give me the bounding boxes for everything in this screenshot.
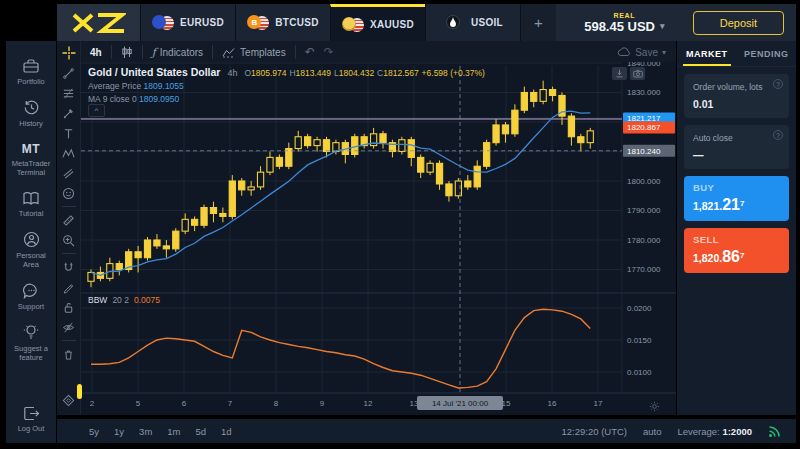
sidebar-item-suggest-feature[interactable]: Suggest a feature — [6, 319, 56, 368]
svg-text:14 Jul '21 00:00: 14 Jul '21 00:00 — [432, 399, 489, 408]
candle-body — [220, 213, 226, 216]
tab-pending[interactable]: PENDING — [737, 41, 797, 66]
candle-body — [276, 157, 282, 166]
mt-icon: MT — [22, 142, 40, 156]
utc-clock: 12:29:20 (UTC) — [562, 426, 627, 437]
channel-tool-icon[interactable] — [61, 166, 77, 180]
sell-price: 1,820. — [693, 252, 722, 264]
help-icon[interactable]: ? — [773, 79, 783, 89]
tab-market[interactable]: MARKET — [677, 41, 737, 66]
sidebar-item-label: History — [19, 119, 42, 128]
order-volume-field[interactable]: Order volume, lots 0.01 ? — [684, 74, 789, 118]
sidebar-item-support[interactable]: Support — [6, 278, 56, 316]
price-axis-label: 1830.000 — [627, 88, 661, 97]
hide-drawings-eye-icon[interactable] — [61, 320, 77, 334]
help-icon[interactable]: ? — [773, 130, 783, 140]
symbol-tab-btcusd[interactable]: B BTCUSD — [235, 4, 330, 41]
sidebar-item-personal-area[interactable]: Personal Area — [6, 226, 56, 275]
auto-close-field[interactable]: Auto close — ? — [684, 125, 789, 169]
symbol-tab-label: BTCUSD — [275, 17, 318, 28]
object-tree-cube-icon[interactable] — [61, 393, 77, 407]
indicator-handle[interactable] — [77, 384, 82, 399]
redo-button[interactable]: ↷ — [324, 41, 343, 63]
x-axis-label: 8 — [274, 399, 279, 408]
trend-line-tool-icon[interactable] — [61, 66, 77, 80]
symbol-tab-eurusd[interactable]: EURUSD — [140, 4, 235, 41]
x-axis-label: 16 — [548, 399, 557, 408]
price-axis-label: 1780.000 — [627, 236, 661, 245]
undo-icon: ↶ — [305, 45, 315, 59]
axis-settings-button[interactable] — [649, 398, 660, 416]
range-button-3m[interactable]: 3m — [139, 426, 152, 437]
candle-body — [267, 157, 273, 172]
account-balance: 598.45 USD — [584, 19, 655, 34]
sidebar-item-history[interactable]: History — [6, 94, 56, 133]
range-button-5y[interactable]: 5y — [89, 426, 99, 437]
sidebar-item-metatrader-terminal[interactable]: MT MetaTrader Terminal — [6, 137, 56, 183]
sidebar-item-label: Personal Area — [11, 251, 51, 270]
auto-close-value[interactable]: — — [693, 149, 780, 161]
emoji-tool-icon[interactable] — [61, 186, 77, 200]
save-label: Save — [635, 47, 658, 58]
x-axis-label: 5 — [136, 399, 141, 408]
chart-canvas[interactable]: 1840.0001830.0001800.0001790.0001780.000… — [81, 62, 676, 415]
x-axis-label: 12 — [364, 399, 373, 408]
chart-type-button[interactable] — [112, 41, 142, 63]
sidebar-item-logout[interactable]: Log Out — [6, 401, 56, 443]
symbol-tab-xauusd[interactable]: XAUUSD — [330, 4, 425, 41]
price-chart[interactable]: 1840.0001830.0001800.0001790.0001780.000… — [81, 62, 676, 415]
screenshot-chart-button[interactable] — [630, 67, 645, 80]
candle-body — [578, 137, 584, 143]
deposit-button[interactable]: Deposit — [693, 11, 784, 35]
delete-drawings-trash-icon[interactable] — [61, 347, 77, 361]
redo-icon: ↷ — [324, 45, 334, 59]
text-tool-icon[interactable] — [61, 126, 77, 140]
book-icon — [22, 191, 40, 206]
candle-body — [163, 246, 169, 249]
symbol-tab-usoil[interactable]: USOIL — [425, 4, 520, 41]
templates-label: Templates — [240, 47, 286, 58]
range-button-1d[interactable]: 1d — [221, 426, 232, 437]
camera-icon — [633, 69, 643, 78]
brush-tool-icon[interactable] — [61, 106, 77, 120]
indicators-label: Indicators — [160, 47, 203, 58]
undo-button[interactable]: ↶ — [296, 41, 324, 63]
lock-tool-icon[interactable] — [61, 300, 77, 314]
templates-button[interactable]: Templates — [213, 41, 295, 63]
add-symbol-tab-button[interactable]: + — [520, 4, 556, 41]
leverage-info: Leverage: 1:2000 — [678, 426, 753, 437]
sidebar-item-tutorial[interactable]: Tutorial — [6, 186, 56, 223]
range-button-1y[interactable]: 1y — [114, 426, 124, 437]
ruler-tool-icon[interactable] — [61, 213, 77, 227]
candle-body — [352, 137, 358, 155]
order-volume-value[interactable]: 0.01 — [693, 98, 780, 110]
account-selector[interactable]: REAL 598.45 USD ▾ — [556, 4, 693, 41]
fibonacci-tool-icon[interactable] — [61, 86, 77, 100]
timeframe-selector[interactable]: 4h — [81, 41, 111, 63]
indicators-button[interactable]: ƒ Indicators — [143, 41, 212, 63]
magnet-tool-icon[interactable] — [61, 260, 77, 274]
download-chart-button[interactable] — [612, 67, 627, 80]
candle-body — [540, 90, 546, 102]
sidebar-item-label: Suggest a feature — [10, 344, 52, 363]
price-axis-label: 1770.000 — [627, 265, 661, 274]
xabcd-pattern-tool-icon[interactable] — [61, 146, 77, 160]
save-layout-button[interactable]: Save ▾ — [617, 47, 676, 58]
exness-logo — [57, 4, 140, 41]
legend-collapse-button[interactable]: ^ — [88, 104, 105, 117]
sidebar-item-portfolio[interactable]: Portfolio — [6, 53, 56, 91]
candle-body — [484, 143, 490, 167]
candle-body — [418, 157, 424, 172]
bbw-axis-label: 0.0200 — [627, 304, 652, 313]
sell-button[interactable]: SELL 1,820.867 — [684, 228, 789, 273]
timezone-auto-toggle[interactable]: auto — [643, 426, 662, 437]
candle-body — [144, 240, 150, 258]
crosshair-tool-icon[interactable] — [61, 46, 77, 60]
edit-pencil-tool-icon[interactable] — [61, 280, 77, 294]
candle-body — [531, 93, 537, 102]
zoom-in-tool-icon[interactable] — [61, 233, 77, 247]
buy-button[interactable]: BUY 1,821.217 — [684, 176, 789, 221]
range-button-5d[interactable]: 5d — [196, 426, 207, 437]
range-button-1m[interactable]: 1m — [167, 426, 180, 437]
candle-body — [474, 166, 480, 187]
